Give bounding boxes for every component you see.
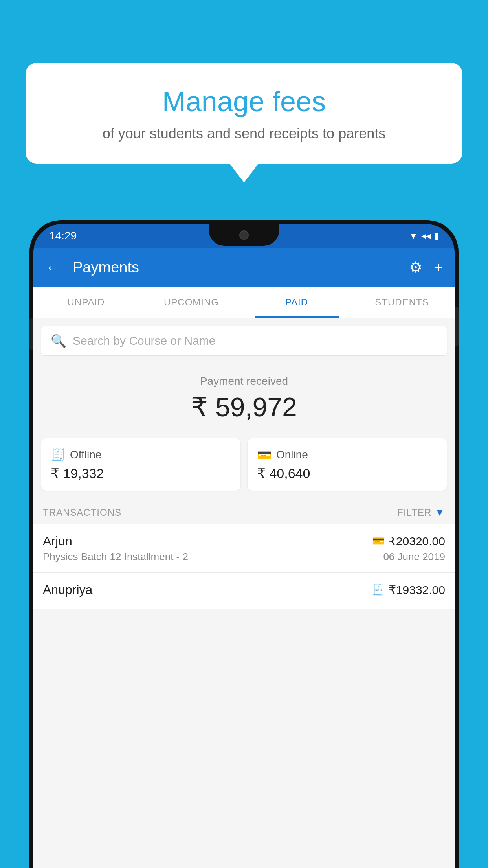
transaction-row[interactable]: Anupriya 🧾 ₹19332.00 — [33, 573, 455, 609]
bubble-title: Manage fees — [49, 85, 439, 118]
search-icon: 🔍 — [51, 333, 66, 348]
transaction-row[interactable]: Arjun 💳 ₹20320.00 Physics Batch 12 Insta… — [33, 524, 455, 573]
side-button-right — [455, 307, 459, 346]
app-bar: ← Payments ⚙ + — [33, 248, 455, 287]
search-placeholder: Search by Course or Name — [73, 334, 216, 348]
payment-cards: 🧾 Offline ₹ 19,332 💳 Online ₹ 40,640 — [33, 430, 455, 498]
transaction-bottom: Physics Batch 12 Installment - 2 06 June… — [43, 551, 445, 563]
signal-icon: ◂◂ — [421, 230, 431, 241]
transaction-date: 06 June 2019 — [383, 551, 445, 563]
settings-button[interactable]: ⚙ — [409, 259, 422, 276]
transaction-top: Arjun 💳 ₹20320.00 — [43, 534, 445, 548]
wifi-icon: ▼ — [409, 230, 418, 241]
transaction-amount-wrap-2: 🧾 ₹19332.00 — [372, 583, 445, 597]
transaction-amount: ₹20320.00 — [389, 534, 445, 548]
tab-paid[interactable]: PAID — [244, 287, 349, 318]
transaction-top-2: Anupriya 🧾 ₹19332.00 — [43, 583, 445, 597]
transaction-name: Arjun — [43, 534, 72, 548]
status-icons: ▼ ◂◂ ▮ — [409, 230, 439, 241]
battery-icon: ▮ — [434, 230, 439, 241]
tabs: UNPAID UPCOMING PAID STUDENTS — [33, 287, 455, 318]
offline-amount: ₹ 19,332 — [51, 465, 231, 481]
back-button[interactable]: ← — [45, 259, 61, 276]
app-bar-actions: ⚙ + — [409, 259, 443, 276]
payment-received-label: Payment received — [33, 375, 455, 388]
offline-icon: 🧾 — [51, 448, 65, 462]
tab-students[interactable]: STUDENTS — [349, 287, 455, 318]
speech-bubble: Manage fees of your students and send re… — [26, 63, 462, 164]
app-title: Payments — [73, 259, 409, 276]
online-card-header: 💳 Online — [257, 448, 437, 462]
status-time: 14:29 — [49, 230, 77, 242]
phone-screen: 14:29 ▼ ◂◂ ▮ ← Payments ⚙ + UNPAID UPCOM… — [33, 224, 455, 868]
phone-frame: 14:29 ▼ ◂◂ ▮ ← Payments ⚙ + UNPAID UPCOM… — [29, 220, 459, 868]
search-bar[interactable]: 🔍 Search by Course or Name — [41, 326, 447, 355]
online-label: Online — [276, 449, 308, 461]
online-card: 💳 Online ₹ 40,640 — [248, 438, 447, 491]
content-area: 🔍 Search by Course or Name Payment recei… — [33, 318, 455, 868]
phone-notch — [209, 224, 279, 246]
transaction-amount-2: ₹19332.00 — [389, 583, 445, 597]
tab-upcoming[interactable]: UPCOMING — [139, 287, 244, 318]
transaction-description: Physics Batch 12 Installment - 2 — [43, 551, 188, 563]
offline-card-header: 🧾 Offline — [51, 448, 231, 462]
transaction-payment-icon-2: 🧾 — [372, 584, 385, 596]
payment-total-amount: ₹ 59,972 — [33, 392, 455, 423]
transactions-label: TRANSACTIONS — [43, 507, 121, 518]
online-icon: 💳 — [257, 448, 272, 462]
transaction-payment-icon: 💳 — [372, 535, 385, 547]
payment-summary: Payment received ₹ 59,972 — [33, 363, 455, 430]
bubble-subtitle: of your students and send receipts to pa… — [49, 125, 439, 142]
side-button-left — [29, 318, 33, 350]
transactions-header: TRANSACTIONS FILTER ▼ — [33, 498, 455, 524]
add-button[interactable]: + — [434, 259, 443, 276]
camera — [239, 230, 249, 240]
transaction-name-2: Anupriya — [43, 583, 92, 597]
offline-card: 🧾 Offline ₹ 19,332 — [41, 438, 240, 491]
offline-label: Offline — [70, 449, 101, 461]
online-amount: ₹ 40,640 — [257, 465, 437, 481]
filter-icon: ▼ — [435, 506, 445, 519]
filter-button[interactable]: FILTER ▼ — [397, 506, 445, 519]
filter-label: FILTER — [397, 507, 431, 518]
transaction-amount-wrap: 💳 ₹20320.00 — [372, 534, 445, 548]
tab-unpaid[interactable]: UNPAID — [33, 287, 139, 318]
